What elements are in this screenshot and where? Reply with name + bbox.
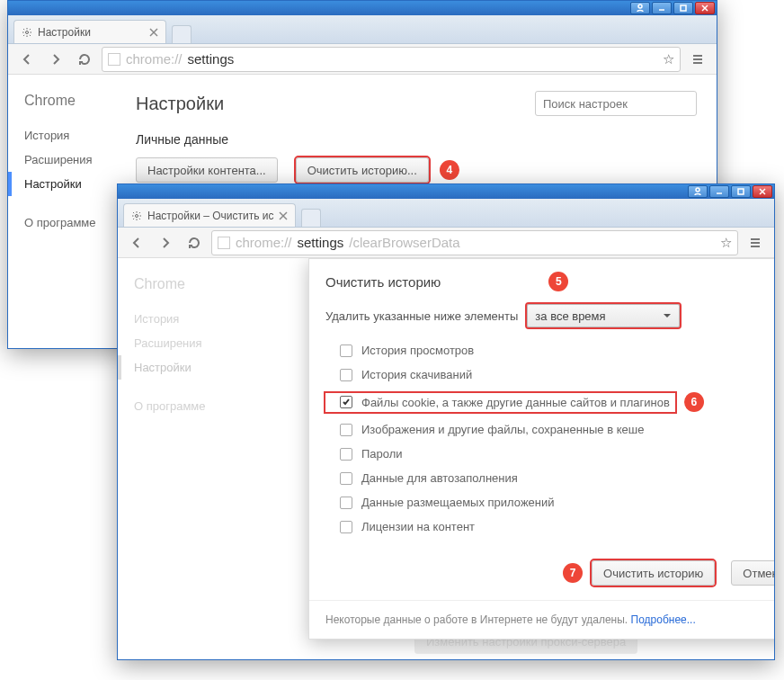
clear-history-button[interactable]: Очистить историю... xyxy=(296,157,429,183)
maximize-button[interactable] xyxy=(731,185,751,198)
cancel-button[interactable]: Отмена xyxy=(731,560,774,586)
svg-rect-2 xyxy=(681,5,686,11)
reload-button[interactable] xyxy=(183,231,206,255)
brand-label: Chrome xyxy=(24,93,125,109)
learn-more-link[interactable]: Подробнее... xyxy=(631,613,696,626)
close-window-button[interactable] xyxy=(695,2,715,14)
window-clear-browsing-data: Настройки – Очистить ис chrome://setting… xyxy=(117,183,775,660)
tab-title: Настройки – Очистить ис xyxy=(147,210,273,222)
bookmark-icon[interactable]: ☆ xyxy=(663,51,674,67)
window1-titlebar[interactable] xyxy=(8,1,717,15)
user-icon[interactable] xyxy=(630,2,650,14)
settings-search-input[interactable] xyxy=(535,91,697,116)
gear-icon xyxy=(22,27,32,38)
brand-label: Chrome xyxy=(134,276,235,292)
option-label: История скачиваний xyxy=(361,368,472,381)
sidebar-item-about[interactable]: О программе xyxy=(24,210,125,235)
back-button[interactable] xyxy=(15,48,39,71)
minimize-button[interactable] xyxy=(709,185,729,198)
svg-rect-13 xyxy=(738,189,744,194)
page-icon xyxy=(108,53,120,66)
close-window-button[interactable] xyxy=(753,185,772,198)
sidebar-item-settings: Настройки xyxy=(134,355,235,380)
option-cache[interactable]: Изображения и другие файлы, сохраненные … xyxy=(340,417,774,442)
sidebar-item-extensions[interactable]: Расширения xyxy=(24,148,125,172)
address-bar[interactable]: chrome://settings ☆ xyxy=(102,47,681,72)
forward-button[interactable] xyxy=(154,231,177,255)
svg-point-11 xyxy=(696,188,699,192)
sidebar-item-about: О программе xyxy=(134,394,235,418)
chrome-menu-icon[interactable] xyxy=(686,48,709,71)
option-licenses[interactable]: Лицензии на контент xyxy=(340,514,774,539)
tab-title: Настройки xyxy=(38,26,91,39)
option-download-history[interactable]: История скачиваний xyxy=(340,362,774,387)
settings-main-background: настроек боях и-сервера Изменить настрой… xyxy=(235,258,774,659)
footer-text: Некоторые данные о работе в Интернете не… xyxy=(325,613,631,626)
toolbar: chrome://settings ☆ xyxy=(8,44,717,75)
checkbox-icon xyxy=(340,448,352,461)
svg-point-5 xyxy=(26,31,29,33)
tab-close-icon[interactable] xyxy=(149,28,158,37)
option-hosted-apps[interactable]: Данные размещаемых приложений xyxy=(340,490,774,514)
maximize-button[interactable] xyxy=(673,2,693,14)
time-range-value: за все время xyxy=(535,309,605,323)
callout-5: 5 xyxy=(548,272,568,291)
option-label: Данные размещаемых приложений xyxy=(361,496,555,509)
user-icon[interactable] xyxy=(688,185,708,198)
tab-close-icon[interactable] xyxy=(279,211,288,220)
content-settings-button[interactable]: Настройки контента... xyxy=(136,157,278,183)
dialog-footer: Некоторые данные о работе в Интернете не… xyxy=(309,600,774,639)
option-label: Файлы cookie, а также другие данные сайт… xyxy=(361,396,670,409)
option-browsing-history[interactable]: История просмотров xyxy=(340,338,774,362)
new-tab-button[interactable] xyxy=(301,209,321,227)
section-personal-data: Личные данные xyxy=(136,132,697,147)
checkbox-icon xyxy=(340,424,352,436)
bookmark-icon[interactable]: ☆ xyxy=(720,235,732,251)
url-part: /clearBrowserData xyxy=(349,235,459,250)
option-cookies[interactable]: Файлы cookie, а также другие данные сайт… xyxy=(325,387,774,417)
clear-browsing-data-dialog: Очистить историю 5 Удалить указанные ниж… xyxy=(308,258,774,640)
sidebar-item-settings[interactable]: Настройки xyxy=(24,172,125,196)
checkbox-icon xyxy=(340,472,352,485)
checkbox-icon xyxy=(340,396,352,408)
reload-button[interactable] xyxy=(73,48,96,71)
chevron-down-icon xyxy=(663,311,672,320)
callout-7: 7 xyxy=(563,563,583,583)
url-part: chrome:// xyxy=(126,51,183,67)
back-button[interactable] xyxy=(125,231,148,255)
settings-sidebar: Chrome История Расширения Настройки О пр… xyxy=(8,75,125,348)
tab-strip: Настройки – Очистить ис xyxy=(118,199,774,228)
confirm-clear-button[interactable]: Очистить историю xyxy=(592,560,715,586)
checkbox-icon xyxy=(340,369,352,381)
gear-icon xyxy=(131,210,142,221)
dialog-description: Удалить указанные ниже элементы xyxy=(325,309,518,323)
dialog-title: Очистить историю xyxy=(325,274,441,290)
page-title: Настройки xyxy=(136,94,224,114)
option-autofill[interactable]: Данные для автозаполнения xyxy=(340,466,774,490)
toolbar: chrome://settings/clearBrowserData ☆ xyxy=(118,228,774,258)
window2-titlebar[interactable] xyxy=(118,184,774,199)
forward-button[interactable] xyxy=(44,48,67,71)
sidebar-item-extensions: Расширения xyxy=(134,331,235,355)
url-part: settings xyxy=(188,51,235,67)
settings-sidebar-background: Chrome История Расширения Настройки О пр… xyxy=(118,258,235,659)
callout-4: 4 xyxy=(440,160,459,180)
minimize-button[interactable] xyxy=(652,2,672,14)
svg-point-16 xyxy=(136,214,138,217)
address-bar[interactable]: chrome://settings/clearBrowserData ☆ xyxy=(211,230,738,255)
new-tab-button[interactable] xyxy=(172,25,192,43)
checkbox-icon xyxy=(340,497,352,509)
sidebar-item-history[interactable]: История xyxy=(24,123,125,148)
time-range-select[interactable]: за все время xyxy=(527,304,680,327)
checkbox-icon xyxy=(340,521,352,533)
tab-settings[interactable]: Настройки xyxy=(13,20,166,43)
callout-6: 6 xyxy=(684,392,704,412)
option-passwords[interactable]: Пароли xyxy=(340,442,774,466)
url-part: settings xyxy=(298,235,344,250)
option-label: Изображения и другие файлы, сохраненные … xyxy=(361,423,644,436)
option-label: Пароли xyxy=(361,447,403,461)
tab-clear-data[interactable]: Настройки – Очистить ис xyxy=(123,203,296,227)
chrome-menu-icon[interactable] xyxy=(744,231,767,255)
checkbox-icon xyxy=(340,344,352,357)
option-label: Данные для автозаполнения xyxy=(361,471,518,485)
